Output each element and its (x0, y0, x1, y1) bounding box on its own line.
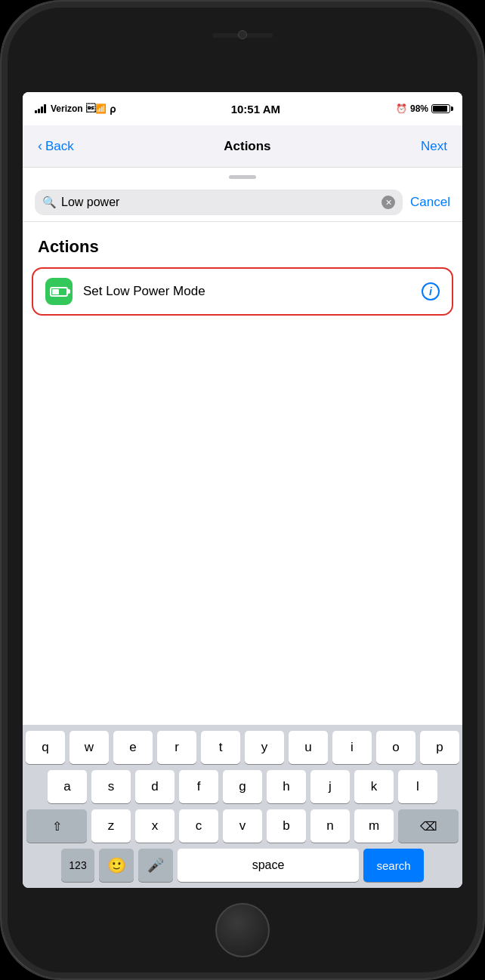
key-m[interactable]: m (354, 809, 394, 843)
search-area: 🔍 Low power ✕ Cancel (23, 183, 462, 222)
signal-bar-3 (41, 106, 43, 113)
numbers-key[interactable]: 123 (61, 849, 94, 882)
signal-bars (35, 104, 46, 113)
key-l[interactable]: l (398, 770, 437, 803)
key-z[interactable]: z (91, 809, 131, 843)
search-input-wrap[interactable]: 🔍 Low power ✕ (35, 190, 403, 215)
wifi-icon: 📶 (86, 103, 107, 114)
search-icon: 🔍 (42, 196, 57, 209)
phone-frame: Verizon 📶 ⍴ 10:51 AM ⏰ 98% ‹ Back Actio… (0, 0, 485, 980)
key-j[interactable]: j (310, 770, 350, 803)
keyboard-row-2: a s d f g h j k l (26, 770, 459, 803)
key-d[interactable]: d (135, 770, 175, 803)
front-camera (238, 30, 247, 39)
nav-bar: ‹ Back Actions Next (23, 125, 462, 168)
nav-title: Actions (224, 139, 270, 154)
action-row-set-low-power-mode[interactable]: Set Low Power Mode i (32, 267, 453, 316)
status-right: ⏰ 98% (396, 103, 450, 114)
status-bar: Verizon 📶 ⍴ 10:51 AM ⏰ 98% (23, 92, 462, 125)
status-time: 10:51 AM (231, 103, 280, 116)
signal-bar-1 (35, 110, 37, 113)
section-header: Actions (23, 222, 462, 264)
key-q[interactable]: q (26, 731, 65, 764)
key-b[interactable]: b (267, 809, 306, 843)
wifi-symbol: ⍴ (110, 103, 116, 115)
emoji-key[interactable]: 🙂 (99, 849, 134, 882)
key-k[interactable]: k (354, 770, 394, 803)
key-s[interactable]: s (91, 770, 131, 803)
content-area: Actions Set Low Power Mode i (23, 222, 462, 725)
shift-key[interactable]: ⇧ (26, 809, 87, 843)
key-o[interactable]: o (376, 731, 415, 764)
action-label: Set Low Power Mode (83, 284, 411, 299)
key-p[interactable]: p (420, 731, 459, 764)
alarm-icon: ⏰ (396, 103, 407, 114)
key-w[interactable]: w (70, 731, 109, 764)
space-key[interactable]: space (178, 849, 359, 882)
key-r[interactable]: r (157, 731, 196, 764)
key-e[interactable]: e (113, 731, 153, 764)
back-chevron-icon: ‹ (38, 138, 42, 154)
action-icon (45, 278, 73, 305)
clear-search-button[interactable]: ✕ (382, 196, 395, 209)
key-h[interactable]: h (267, 770, 306, 803)
next-button[interactable]: Next (421, 139, 447, 154)
search-input[interactable]: Low power (61, 196, 377, 209)
key-i[interactable]: i (332, 731, 372, 764)
key-n[interactable]: n (310, 809, 350, 843)
home-button[interactable] (215, 903, 270, 957)
status-left: Verizon 📶 ⍴ (35, 103, 116, 115)
battery-fill (433, 106, 447, 112)
key-f[interactable]: f (179, 770, 218, 803)
key-g[interactable]: g (223, 770, 262, 803)
keyboard-row-1: q w e r t y u i o p (26, 731, 459, 764)
key-t[interactable]: t (201, 731, 240, 764)
search-key[interactable]: search (363, 849, 424, 882)
backspace-key[interactable]: ⌫ (398, 809, 459, 843)
key-x[interactable]: x (135, 809, 175, 843)
key-c[interactable]: c (179, 809, 218, 843)
back-button[interactable]: ‹ Back (38, 138, 74, 154)
keyboard-row-3: ⇧ z x c v b n m ⌫ (26, 809, 459, 843)
sheet-handle-area (23, 168, 462, 183)
signal-bar-4 (44, 104, 46, 113)
microphone-key[interactable]: 🎤 (138, 849, 173, 882)
key-y[interactable]: y (245, 731, 284, 764)
cancel-button[interactable]: Cancel (410, 195, 450, 210)
battery-percent: 98% (410, 103, 428, 114)
carrier-label: Verizon (51, 103, 83, 114)
battery-icon (431, 104, 450, 113)
info-button[interactable]: i (422, 282, 440, 300)
key-u[interactable]: u (289, 731, 328, 764)
key-v[interactable]: v (223, 809, 262, 843)
keyboard: q w e r t y u i o p a s d f g h j k (23, 725, 462, 888)
keyboard-bottom-row: 123 🙂 🎤 space search (26, 849, 459, 882)
signal-bar-2 (38, 109, 40, 113)
back-label: Back (45, 139, 74, 154)
key-a[interactable]: a (48, 770, 87, 803)
screen: Verizon 📶 ⍴ 10:51 AM ⏰ 98% ‹ Back Actio… (23, 92, 462, 888)
sheet-handle (229, 175, 256, 179)
